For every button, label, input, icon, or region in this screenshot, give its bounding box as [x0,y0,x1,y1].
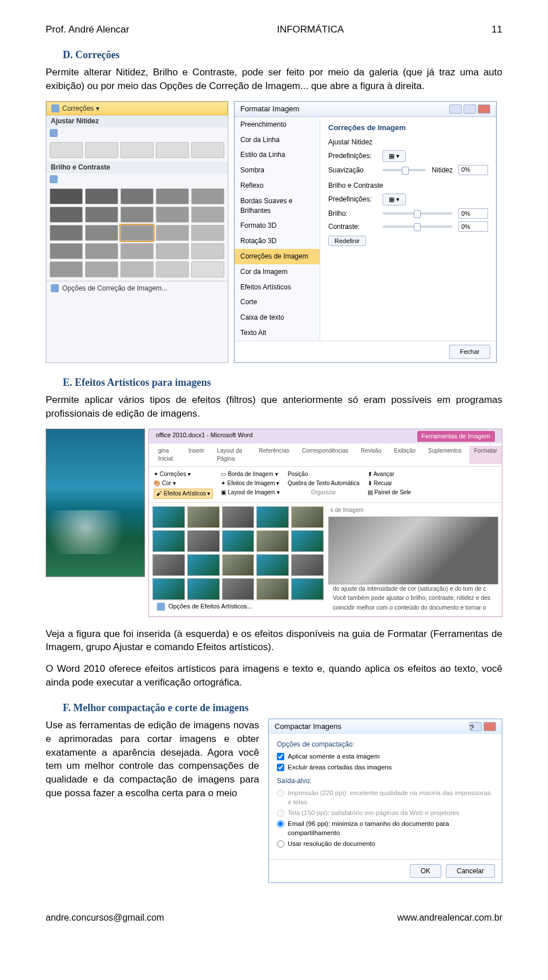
cmd-avancar[interactable]: ⬆ Avançar [368,470,411,478]
dialog-nav-item[interactable]: Texto Alt [235,325,320,341]
cmd-quebra-texto[interactable]: Quebra de Texto Automática [288,479,360,487]
thumb-item[interactable] [191,142,224,158]
cancel-button[interactable]: Cancelar [446,864,495,878]
radio-doc-resolution[interactable]: Usar resolução de documento [277,839,494,848]
art-thumb[interactable] [152,506,185,528]
dialog-nav-item[interactable]: Bordas Suaves e Brilhantes [235,193,320,219]
art-thumb[interactable] [187,578,220,600]
dialog-nav-item[interactable]: Caixa de texto [235,310,320,325]
thumb-item[interactable] [156,142,189,158]
thumb-item[interactable] [85,243,118,259]
art-thumb[interactable] [291,530,324,552]
corrections-gallery-button[interactable]: Correções ▾ [46,102,228,116]
art-thumb[interactable] [256,554,289,576]
cmd-recuar[interactable]: ⬇ Recuar [368,479,411,487]
dialog-nav-item[interactable]: Sombra [235,163,320,178]
art-thumb[interactable] [187,506,220,528]
chk-delete-cropped[interactable]: Excluir áreas cortadas das imagens [277,763,494,772]
thumb-item[interactable] [50,225,83,241]
dialog-close-button[interactable]: Fechar [449,345,490,359]
art-thumb[interactable] [152,554,185,576]
thumb-item[interactable] [156,188,189,204]
contrast-slider[interactable] [382,225,453,228]
ribbon-tab[interactable]: Inserir [184,446,209,464]
radio-screen-150[interactable]: Tela (150 ppi): satisfatório em páginas … [277,808,494,817]
dialog-nav-item[interactable]: Correções de Imagem [235,249,320,264]
ok-button[interactable]: OK [410,864,441,878]
thumb-item[interactable] [120,207,154,223]
close-button[interactable] [478,104,490,114]
thumb-item[interactable] [191,207,224,223]
brightness-spinner[interactable]: 0% [458,208,488,219]
ribbon-tab[interactable]: gina Inicial [154,446,180,464]
art-thumb[interactable] [256,578,289,600]
dialog-nav-item[interactable]: Cor da Linha [235,132,320,148]
thumb-item[interactable] [120,261,154,277]
dialog-nav-item[interactable]: Efeitos Artísticos [235,280,320,295]
art-thumb[interactable] [187,530,220,552]
thumb-item[interactable] [50,261,83,277]
radio-print-220[interactable]: Impressão (220 ppi): excelente qualidade… [277,788,494,806]
dialog-nav-item[interactable]: Corte [235,295,320,310]
artistic-options-link[interactable]: Opções de Efeitos Artísticos... [152,600,324,612]
cmd-painel-selecao[interactable]: ▤ Painel de Sele [368,489,411,497]
ribbon-tab[interactable]: Referências [255,446,294,464]
art-thumb[interactable] [222,554,255,576]
corrections-options-link[interactable]: Opções de Correção de Imagem... [46,281,228,296]
thumb-item[interactable] [85,142,118,158]
art-thumb[interactable] [152,530,185,552]
art-thumb[interactable] [222,530,255,552]
thumb-item[interactable] [120,188,154,204]
maximize-button[interactable] [464,104,476,114]
thumb-item[interactable] [85,225,118,241]
minimize-button[interactable] [449,104,462,114]
ribbon-tab[interactable]: Revisão [356,446,386,464]
cmd-posicao[interactable]: Posição [288,470,360,478]
thumb-item[interactable] [156,243,189,259]
sharpness-spinner[interactable]: 0% [458,165,488,175]
dialog-nav-item[interactable]: Preenchimento [235,117,320,132]
art-thumb[interactable] [256,530,289,552]
radio-email-96[interactable]: Email (96 ppi): minimiza o tamanho do do… [277,819,494,837]
cmd-correcoes[interactable]: ✦ Correções ▾ [154,470,213,478]
ribbon-tab[interactable]: Layout da Página [212,446,251,464]
art-thumb[interactable] [291,578,324,600]
art-thumb[interactable] [256,506,289,528]
cmd-layout-imagem[interactable]: ▣ Layout de Imagem ▾ [221,489,279,497]
ribbon-tab[interactable]: Suplementos [424,446,466,464]
sharpness-presets-dropdown[interactable]: ▦ ▾ [382,150,406,162]
contrast-spinner[interactable]: 0% [458,221,488,232]
thumb-item[interactable] [85,188,118,204]
art-thumb[interactable] [291,506,324,528]
dialog-nav-item[interactable]: Reflexo [235,178,320,193]
thumb-item[interactable] [156,207,189,223]
thumb-item[interactable] [156,225,189,241]
help-button[interactable]: ? [469,722,482,731]
thumb-item[interactable] [156,261,189,277]
redefine-button[interactable]: Redefinir [328,236,366,246]
format-subtab[interactable]: Formatar [469,446,502,464]
bc-presets-dropdown[interactable]: ▦ ▾ [382,193,406,205]
art-thumb[interactable] [222,506,255,528]
close-button[interactable] [483,722,496,731]
ribbon-tab[interactable]: Exibição [389,446,420,464]
thumb-item[interactable] [120,243,154,259]
dialog-nav-item[interactable]: Formato 3D [235,218,320,233]
thumb-item[interactable] [50,243,83,259]
thumb-item[interactable] [191,243,224,259]
thumb-item[interactable] [120,142,154,158]
sharpness-slider[interactable] [382,169,426,171]
chk-apply-this-image[interactable]: Aplicar somente a esta imagem [277,752,494,761]
cmd-efeitos-imagem[interactable]: ✦ Efeitos de Imagem ▾ [221,479,279,487]
brightness-slider[interactable] [382,212,453,215]
art-thumb[interactable] [187,554,220,576]
art-thumb[interactable] [152,578,185,600]
cmd-efeitos-artisticos[interactable]: 🖌 Efeitos Artísticos ▾ [154,489,213,499]
dialog-nav-item[interactable]: Estilo da Linha [235,147,320,163]
thumb-item[interactable] [191,188,224,204]
thumb-item[interactable] [50,207,83,223]
thumb-item[interactable] [50,142,83,158]
thumb-item[interactable] [191,225,224,241]
picture-tools-tab[interactable]: Ferramentas de Imagem [417,431,495,442]
art-thumb[interactable] [222,578,255,600]
